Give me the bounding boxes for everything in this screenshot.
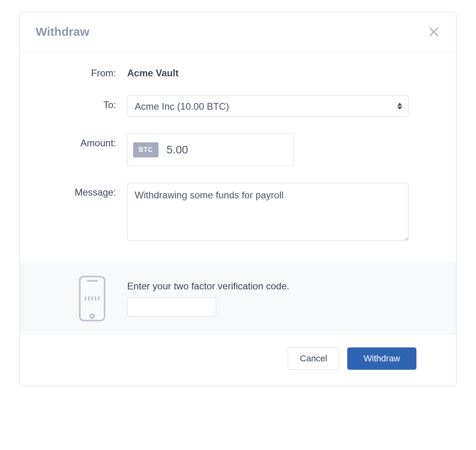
amount-row: Amount: BTC [36, 134, 408, 166]
from-row: From: Acme Vault [36, 68, 408, 79]
amount-input-group: BTC [127, 134, 294, 166]
svg-point-6 [90, 314, 94, 318]
modal-body: From: Acme Vault To: Acme Inc (10.00 BTC… [20, 52, 456, 262]
from-value: Acme Vault [127, 68, 408, 79]
phone-icon [36, 275, 127, 322]
cancel-button[interactable]: Cancel [288, 347, 339, 370]
from-label: From: [36, 68, 127, 79]
to-select[interactable]: Acme Inc (10.00 BTC) [127, 95, 408, 117]
amount-input[interactable] [166, 144, 288, 156]
close-icon [428, 26, 439, 37]
currency-badge: BTC [133, 142, 159, 157]
twofa-controls: Enter your two factor verification code. [127, 281, 408, 316]
withdraw-button[interactable]: Withdraw [347, 347, 416, 370]
message-textarea[interactable] [127, 183, 408, 241]
to-select-wrap: Acme Inc (10.00 BTC) [127, 95, 408, 117]
amount-label: Amount: [36, 134, 127, 149]
close-button[interactable] [428, 25, 440, 38]
modal-title: Withdraw [36, 25, 89, 39]
to-row: To: Acme Inc (10.00 BTC) [36, 95, 408, 117]
modal-footer: Cancel Withdraw [20, 335, 456, 386]
twofa-prompt: Enter your two factor verification code. [127, 281, 408, 292]
message-row: Message: [36, 183, 408, 242]
twofa-code-input[interactable] [127, 297, 216, 316]
withdraw-modal: Withdraw From: Acme Vault To: Acme Inc (… [19, 12, 457, 386]
to-label: To: [36, 95, 127, 111]
twofa-section: Enter your two factor verification code. [20, 262, 456, 335]
modal-header: Withdraw [20, 12, 456, 52]
message-label: Message: [36, 183, 127, 198]
